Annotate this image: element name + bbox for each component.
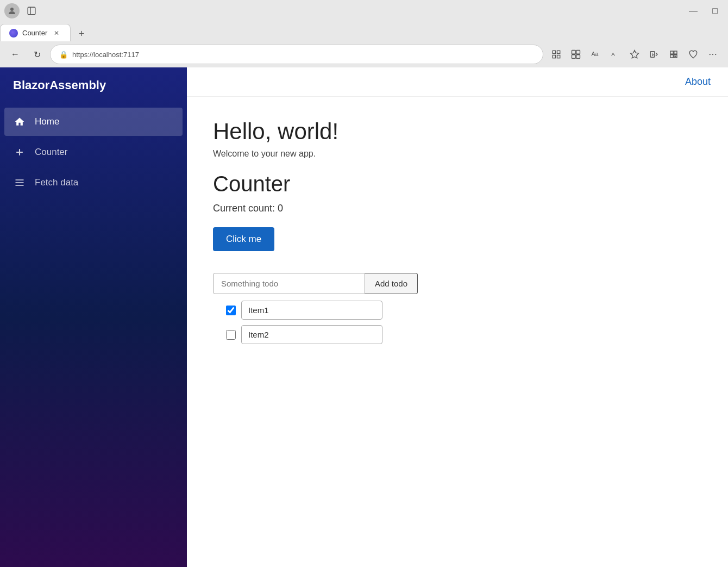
back-button[interactable]: ← xyxy=(7,46,24,63)
sidebar-brand: BlazorAssembly xyxy=(13,78,174,92)
restore-button[interactable]: □ xyxy=(706,2,724,20)
sidebar-header: BlazorAssembly xyxy=(0,67,187,103)
svg-rect-9 xyxy=(572,55,576,59)
address-url[interactable]: https://localhost:7117 xyxy=(72,51,139,59)
toolbar-icons: Aa A xyxy=(548,46,721,63)
add-todo-button[interactable]: Add todo xyxy=(365,273,418,294)
svg-rect-5 xyxy=(553,55,555,58)
sidebar: BlazorAssembly Home Counter Fetch data xyxy=(0,67,187,567)
reader-mode-icon[interactable]: Aa xyxy=(587,46,604,63)
todo-input-row: Add todo xyxy=(213,273,702,294)
read-aloud-icon[interactable] xyxy=(645,46,663,63)
sidebar-item-counter[interactable]: Counter xyxy=(0,138,187,166)
about-link[interactable]: About xyxy=(685,76,711,88)
todo-item-1 xyxy=(226,301,702,320)
more-options-icon[interactable] xyxy=(704,46,721,63)
svg-rect-6 xyxy=(557,55,560,58)
todo-checkbox-2[interactable] xyxy=(226,330,236,340)
todo-list xyxy=(213,301,702,344)
sidebar-nav: Home Counter Fetch data xyxy=(0,103,187,201)
svg-rect-7 xyxy=(572,51,576,54)
svg-point-0 xyxy=(10,8,14,11)
todo-checkbox-1[interactable] xyxy=(226,306,236,315)
svg-point-19 xyxy=(710,54,711,55)
hello-title: Hello, world! xyxy=(213,119,702,145)
profile-icon[interactable] xyxy=(4,3,20,18)
title-bar-left xyxy=(4,3,39,18)
top-bar: About xyxy=(187,67,728,97)
tab-title: Counter xyxy=(22,29,47,37)
todo-text-1[interactable] xyxy=(241,301,382,320)
home-icon xyxy=(13,115,26,128)
todo-text-2[interactable] xyxy=(241,325,382,344)
main-content: About Hello, world! Welcome to your new … xyxy=(187,67,728,567)
plus-icon xyxy=(13,146,26,159)
address-input-wrapper[interactable]: 🔒 https://localhost:7117 xyxy=(50,45,543,64)
collections-icon[interactable] xyxy=(665,46,682,63)
tab-close-button[interactable]: ✕ xyxy=(52,28,61,38)
todo-input[interactable] xyxy=(213,273,365,294)
svg-rect-3 xyxy=(553,51,555,53)
svg-point-21 xyxy=(715,54,716,55)
sidebar-item-counter-label: Counter xyxy=(35,147,67,158)
sidebar-item-fetchdata[interactable]: Fetch data xyxy=(0,169,187,197)
font-icon[interactable]: A xyxy=(606,46,624,63)
todo-section: Add todo xyxy=(213,273,702,344)
tab-favicon xyxy=(9,29,18,38)
svg-text:A: A xyxy=(611,51,615,57)
grid-view-icon[interactable] xyxy=(548,46,565,63)
list-icon xyxy=(13,176,26,189)
sidebar-item-fetchdata-label: Fetch data xyxy=(35,177,78,188)
svg-point-20 xyxy=(712,54,713,55)
tab-view-icon[interactable] xyxy=(567,46,585,63)
minimize-button[interactable]: — xyxy=(685,2,702,20)
sidebar-toggle-icon[interactable] xyxy=(24,3,39,18)
heart-icon[interactable] xyxy=(685,46,702,63)
svg-text:Aa: Aa xyxy=(592,51,599,57)
title-bar: — □ xyxy=(0,0,728,22)
sidebar-item-home-label: Home xyxy=(35,116,59,127)
active-tab[interactable]: Counter ✕ xyxy=(0,24,71,41)
sidebar-item-home[interactable]: Home xyxy=(4,108,183,136)
app-layout: BlazorAssembly Home Counter Fetch data xyxy=(0,67,728,567)
current-count: Current count: 0 xyxy=(213,203,702,214)
todo-item-2 xyxy=(226,325,702,344)
favorites-icon[interactable] xyxy=(626,46,643,63)
new-tab-button[interactable]: + xyxy=(73,26,90,41)
click-me-button[interactable]: Click me xyxy=(213,227,274,251)
lock-icon: 🔒 xyxy=(59,51,68,59)
counter-title: Counter xyxy=(213,172,702,196)
tab-bar: Counter ✕ + xyxy=(0,22,728,41)
svg-rect-10 xyxy=(576,55,580,59)
welcome-text: Welcome to your new app. xyxy=(213,149,702,159)
svg-rect-1 xyxy=(28,7,35,15)
svg-rect-4 xyxy=(557,51,560,53)
content-area: Hello, world! Welcome to your new app. C… xyxy=(187,97,728,371)
svg-rect-8 xyxy=(576,51,580,54)
address-bar: ← ↻ 🔒 https://localhost:7117 Aa A xyxy=(0,41,728,67)
refresh-button[interactable]: ↻ xyxy=(28,46,46,63)
